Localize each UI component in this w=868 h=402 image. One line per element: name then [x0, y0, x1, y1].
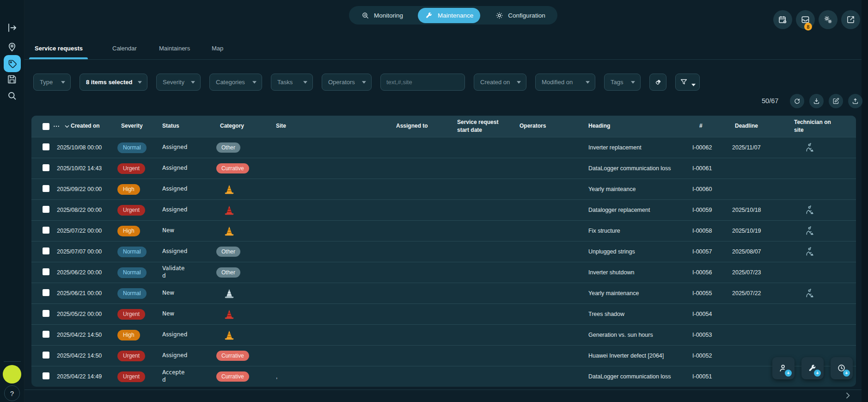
select-all-checkbox[interactable] [43, 123, 49, 130]
table-row[interactable]: 2025/04/22 14:50UrgentAssignedCurrativeH… [31, 345, 856, 366]
sidebar-item-search[interactable] [6, 90, 18, 101]
table-row[interactable]: 2025/09/22 00:00HighAssignedYearly maint… [31, 179, 856, 199]
request-id: I-00055 [692, 290, 712, 297]
row-checkbox[interactable] [43, 268, 49, 275]
cell [789, 288, 856, 299]
row-checkbox[interactable] [43, 310, 49, 317]
cell: DataLogger communication loss [586, 165, 692, 172]
row-checkbox[interactable] [43, 352, 49, 359]
filter-chip-created-on[interactable]: Created on [474, 74, 526, 91]
gears-icon [823, 15, 833, 25]
category-badge: Currative [216, 351, 249, 361]
table-row[interactable]: 2025/06/21 00:00NormalNewYearly maintena… [31, 283, 856, 303]
tab-maintainers[interactable]: Maintainers [159, 45, 190, 52]
help-button[interactable]: ? [4, 385, 20, 401]
search-input[interactable] [380, 74, 465, 91]
upload-icon [851, 97, 859, 105]
row-checkbox[interactable] [43, 185, 49, 192]
download-icon [813, 97, 820, 105]
row-checkbox[interactable] [43, 247, 49, 254]
severity-badge: High [117, 226, 140, 236]
cell [216, 287, 274, 299]
nav-item-maintenance[interactable]: Maintenance [418, 8, 480, 23]
scroll-right-button[interactable] [843, 391, 852, 400]
cell: Assigned [161, 248, 216, 255]
severity-badge: Normal [117, 247, 147, 257]
table-row[interactable]: 2025/04/22 14:50HighAssignedGeneration v… [31, 324, 856, 345]
status-value: Assigned [162, 248, 187, 255]
row-checkbox[interactable] [43, 289, 49, 296]
pin-icon [6, 41, 18, 52]
settings-button[interactable] [819, 10, 837, 29]
table-row[interactable]: 2025/10/08 00:00NormalAssignedOtherInver… [31, 137, 856, 158]
category-badge: Other [216, 247, 240, 257]
chevron-down-icon[interactable] [63, 123, 71, 130]
cell [31, 227, 55, 235]
cell: Urgent [116, 351, 161, 361]
add-service-request-button[interactable]: + [801, 357, 824, 379]
add-maintainer-button[interactable]: + [772, 357, 795, 379]
table-row[interactable]: 2025/10/02 14:43UrgentAssignedCurrativeD… [31, 158, 856, 179]
avatar[interactable] [3, 365, 21, 383]
more-options-icon[interactable] [53, 123, 60, 130]
inbox-button[interactable]: 8 [796, 10, 815, 29]
cell [31, 247, 55, 256]
cell: I-00062 [692, 144, 732, 151]
add-schedule-button[interactable]: + [831, 357, 853, 379]
filter-chip-operators[interactable]: Operators [322, 74, 372, 91]
row-checkbox[interactable] [43, 331, 49, 338]
table-row[interactable]: 2025/05/22 00:00UrgentNewTrees shadowI-0… [31, 303, 856, 324]
table-row[interactable]: 2025/04/22 14:49UrgentAcceptedCurrative,… [31, 366, 856, 387]
technician-on-site-icon [804, 226, 815, 236]
severity-badge: High [117, 330, 140, 340]
cell: 2025/07/22 [732, 290, 789, 297]
sidebar-item-expand[interactable] [6, 22, 18, 33]
scrollbar-track[interactable] [862, 0, 868, 402]
table-row[interactable]: 2025/06/22 00:00NormalValidatedOtherInve… [31, 262, 856, 283]
request-id: I-00054 [692, 311, 712, 317]
open-external-button[interactable] [841, 10, 860, 29]
status-value: Accepted [162, 369, 188, 383]
clear-filters-button[interactable] [649, 74, 666, 91]
table-row[interactable]: 2025/07/22 00:00HighNewFix structureI-00… [31, 220, 856, 241]
row-checkbox[interactable] [43, 143, 49, 150]
download-button[interactable] [809, 94, 824, 108]
upload-button[interactable] [848, 94, 862, 108]
row-checkbox[interactable] [43, 164, 49, 171]
cell [31, 289, 55, 297]
filter-chip-tags[interactable]: Tags [604, 74, 641, 91]
severity-badge: Normal [117, 267, 147, 278]
filter-chip-severity[interactable]: Severity [156, 74, 201, 91]
table-row[interactable]: 2025/07/07 00:00NormalAssignedOtherUnplu… [31, 241, 856, 262]
sidebar-item-tag[interactable] [4, 55, 21, 72]
refresh-button[interactable] [790, 94, 804, 108]
technician-on-site-icon [804, 288, 815, 299]
filter-chip-type[interactable]: Type [33, 74, 71, 91]
tab-calendar[interactable]: Calendar [112, 45, 137, 52]
cell: I-00051 [692, 373, 732, 380]
cell: I-00054 [692, 311, 732, 317]
filter-menu-button[interactable] [675, 74, 700, 91]
tab-map[interactable]: Map [212, 45, 223, 52]
calendar-button[interactable] [773, 10, 792, 29]
sidebar-item-save[interactable] [6, 74, 18, 85]
tab-service-requests[interactable]: Service requests [35, 45, 83, 52]
filter-chip-modified-on[interactable]: Modified on [535, 74, 595, 91]
sidebar-item-pin[interactable] [6, 41, 18, 52]
row-checkbox[interactable] [43, 227, 49, 234]
edit-button[interactable] [829, 94, 843, 108]
wrench-icon [425, 11, 434, 20]
filter-chip-tasks[interactable]: Tasks [271, 74, 313, 91]
filter-chip-categories[interactable]: Categories [209, 74, 262, 91]
row-checkbox[interactable] [43, 206, 49, 213]
created-on-value: 2025/04/22 14:50 [57, 353, 102, 359]
sidebar: ? [0, 0, 24, 402]
cell: 2025/08/22 00:00 [55, 207, 116, 213]
filter-chip-8-items-selected[interactable]: 8 items selected [79, 74, 147, 91]
row-checkbox[interactable] [43, 372, 49, 379]
nav-item-configuration[interactable]: Configuration [495, 11, 545, 20]
nav-item-monitoring[interactable]: Monitoring [361, 11, 403, 20]
created-on-value: 2025/06/21 00:00 [57, 290, 102, 297]
deadline-value: 2025/10/18 [732, 207, 761, 213]
table-row[interactable]: 2025/08/22 00:00UrgentAssignedDatalogger… [31, 199, 856, 220]
